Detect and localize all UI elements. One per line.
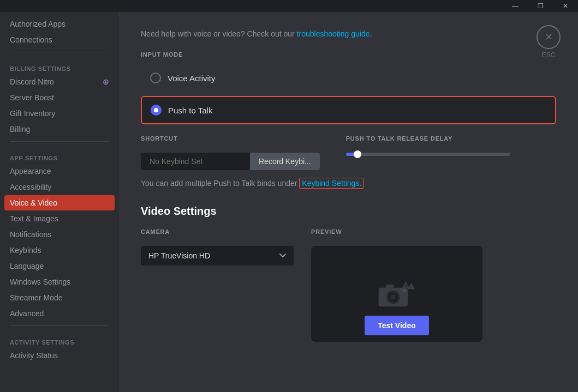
esc-button[interactable]: ✕ ESC — [537, 25, 561, 59]
sidebar-item-label: Notifications — [10, 230, 51, 239]
restore-button[interactable]: ❐ — [528, 0, 553, 12]
svg-point-3 — [391, 295, 395, 299]
svg-point-5 — [403, 289, 406, 292]
sidebar: Authorized Apps Connections BILLING SETT… — [0, 12, 119, 392]
preview-col: PREVIEW — [311, 228, 482, 342]
shortcut-input-row: Record Keybi... — [141, 153, 320, 170]
esc-label: ESC — [542, 51, 556, 59]
push-to-talk-radio[interactable] — [151, 105, 162, 116]
close-button[interactable]: ✕ — [553, 0, 578, 12]
sidebar-item-label: Billing — [10, 125, 30, 134]
help-text-suffix: . — [370, 29, 372, 38]
ptt-release-label: PUSH TO TALK RELEASE DELAY — [346, 135, 510, 142]
help-text: Need help with voice or video? Check out… — [141, 29, 556, 38]
nitro-icon: ⊕ — [103, 77, 109, 86]
close-icon: ✕ — [545, 31, 553, 43]
shortcut-row: SHORTCUT Record Keybi... PUSH TO TALK RE… — [141, 135, 556, 170]
voice-activity-label: Voice Activity — [168, 74, 216, 83]
camera-preview-icon — [375, 278, 419, 310]
sidebar-item-label: Connections — [10, 35, 52, 44]
keybind-note: You can add multiple Push to Talk binds … — [141, 179, 556, 188]
sidebar-item-language[interactable]: Language — [4, 258, 115, 274]
main-content: ✕ ESC Need help with voice or video? Che… — [119, 12, 578, 392]
camera-select[interactable]: HP TrueVision HD — [141, 246, 294, 266]
sidebar-item-label: Discord Nitro — [10, 77, 54, 86]
sidebar-item-label: Gift Inventory — [10, 109, 55, 118]
svg-rect-4 — [386, 285, 394, 288]
sidebar-item-label: Voice & Video — [10, 198, 57, 207]
sidebar-section-activity: ACTIVITY SETTINGS — [4, 330, 115, 348]
sidebar-item-activity-status[interactable]: Activity Status — [4, 348, 115, 363]
svg-marker-7 — [408, 283, 415, 289]
input-mode-label: INPUT MODE — [141, 51, 556, 58]
sidebar-item-label: Server Boost — [10, 93, 54, 102]
sidebar-item-advanced[interactable]: Advanced — [4, 306, 115, 321]
sidebar-item-label: Streamer Mode — [10, 293, 62, 302]
sidebar-item-connections[interactable]: Connections — [4, 32, 115, 47]
sidebar-item-label: Advanced — [10, 309, 44, 318]
sidebar-item-appearance[interactable]: Appearance — [4, 164, 115, 179]
sidebar-item-text-images[interactable]: Text & Images — [4, 211, 115, 226]
camera-col: CAMERA HP TrueVision HD — [141, 228, 294, 266]
sidebar-item-gift-inventory[interactable]: Gift Inventory — [4, 106, 115, 121]
sidebar-item-discord-nitro[interactable]: Discord Nitro ⊕ — [4, 74, 115, 89]
sidebar-section-app: APP SETTINGS — [4, 146, 115, 164]
keybind-note-prefix: You can add multiple Push to Talk binds … — [141, 179, 299, 188]
sidebar-item-authorized-apps[interactable]: Authorized Apps — [4, 16, 115, 32]
sidebar-item-streamer-mode[interactable]: Streamer Mode — [4, 290, 115, 305]
esc-circle: ✕ — [537, 25, 561, 49]
ptt-release-col: PUSH TO TALK RELEASE DELAY — [346, 135, 510, 170]
sidebar-section-billing: BILLING SETTINGS — [4, 57, 115, 74]
sidebar-item-keybinds[interactable]: Keybinds — [4, 243, 115, 258]
voice-activity-option[interactable]: Voice Activity — [141, 64, 556, 92]
video-settings-row: CAMERA HP TrueVision HD PREVIEW — [141, 228, 556, 342]
ptt-release-slider[interactable] — [346, 153, 510, 156]
keybind-settings-link[interactable]: Keybind Settings. — [299, 178, 364, 189]
shortcut-col: SHORTCUT Record Keybi... — [141, 135, 320, 170]
title-bar-controls: — ❐ ✕ — [503, 0, 578, 12]
shortcut-label: SHORTCUT — [141, 135, 320, 142]
sidebar-item-label: Activity Status — [10, 351, 58, 360]
sidebar-item-server-boost[interactable]: Server Boost — [4, 90, 115, 105]
app-body: Authorized Apps Connections BILLING SETT… — [0, 12, 578, 392]
sidebar-item-notifications[interactable]: Notifications — [4, 227, 115, 242]
sidebar-item-label: Keybinds — [10, 246, 41, 255]
sidebar-item-label: Text & Images — [10, 214, 58, 223]
minimize-button[interactable]: — — [503, 0, 528, 12]
camera-label: CAMERA — [141, 228, 294, 235]
voice-activity-radio[interactable] — [150, 73, 161, 83]
sidebar-item-label: Authorized Apps — [10, 20, 65, 28]
sidebar-divider-app — [10, 141, 109, 142]
push-to-talk-option[interactable]: Push to Talk — [141, 96, 556, 124]
video-settings-title: Video Settings — [141, 205, 556, 218]
sidebar-item-windows-settings[interactable]: Windows Settings — [4, 274, 115, 290]
sidebar-item-label: Windows Settings — [10, 278, 70, 286]
troubleshooting-link[interactable]: troubleshooting guide — [297, 29, 370, 38]
sidebar-item-voice-video[interactable]: Voice & Video — [4, 195, 115, 210]
preview-box: Test Video — [311, 246, 482, 342]
sidebar-item-accessibility[interactable]: Accessibility — [4, 179, 115, 195]
sidebar-divider-billing — [10, 52, 109, 52]
sidebar-divider-activity — [10, 325, 109, 326]
sidebar-item-billing[interactable]: Billing — [4, 122, 115, 137]
sidebar-item-label: Language — [10, 262, 44, 270]
sidebar-item-label: Accessibility — [10, 183, 51, 191]
record-keybind-button[interactable]: Record Keybi... — [250, 153, 320, 170]
preview-label: PREVIEW — [311, 228, 482, 235]
title-bar: — ❐ ✕ — [0, 0, 578, 12]
keybind-input[interactable] — [141, 153, 250, 170]
test-video-button[interactable]: Test Video — [365, 316, 429, 335]
sidebar-item-label: Appearance — [10, 167, 51, 176]
push-to-talk-label: Push to Talk — [168, 106, 212, 115]
help-text-prefix: Need help with voice or video? Check out… — [141, 29, 297, 38]
